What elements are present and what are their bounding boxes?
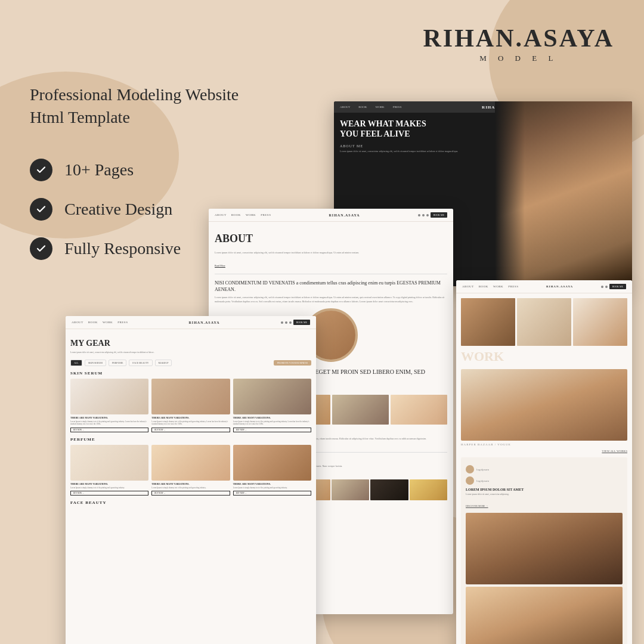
check-icon-responsive [30,237,52,260]
gear-product: THERE ARE MANY VARIATIONS. Lorem Ipsum i… [70,445,148,496]
feature-item-design: Creative Design [30,198,244,221]
gear-product: THERE ARE MANY VARIATIONS. Lorem Ipsum i… [151,379,230,432]
preview-work: ABOUT BOOK WORK PRESS RIHAN.ASAYA BOOK M… [456,280,632,644]
feature-label-responsive: Fully Responsive [64,239,181,258]
hero-headline: WEAR WHAT MAKES YOU FEEL ALIVE [340,119,459,140]
feature-item-responsive: Fully Responsive [30,237,244,260]
feature-label-design: Creative Design [64,200,172,219]
feature-item-pages: 10+ Pages [30,159,244,181]
gear-nav: ABOUT BOOK WORK PRESS RIHAN.ASAYA BOOK M… [66,316,316,329]
check-icon-design [30,198,52,221]
feature-list: 10+ Pages Creative Design Fully Responsi… [30,159,244,260]
gear-product: THERE ARE MANY VARIATIONS. Lorem Ipsum i… [233,379,311,432]
about-title: ABOUT [215,233,447,245]
check-icon-pages [30,159,52,181]
brand-name: RIHAN.ASAYA [423,24,614,52]
header: RIHAN.ASAYA M O D E L [30,24,614,63]
about-nav: ABOUT BOOK WORK PRESS RIHAN.ASAYA BOOK M… [209,209,453,222]
preview-gear: ABOUT BOOK WORK PRESS RIHAN.ASAYA BOOK M… [66,316,316,644]
work-nav: ABOUT BOOK WORK PRESS RIHAN.ASAYA BOOK M… [456,280,632,293]
left-content: Professional Modeling Website Html Templ… [30,83,244,260]
previews-container: ABOUT BOOK WORK PRESS RIHAN.ASAYA BOOK M… [191,89,644,626]
gear-skin-grid: THERE ARE MANY VARIATIONS. Lorem Ipsum i… [70,379,311,432]
main-title: Professional Modeling Website Html Templ… [30,83,244,129]
gear-product: THERE ARE MANY VARIATIONS. Lorem Ipsum i… [151,445,230,496]
brand-subtitle: M O D E L [423,54,614,63]
gear-product: THERE ARE MANY VARIATIONS. Lorem Ipsum i… [70,379,148,432]
brand-section: RIHAN.ASAYA M O D E L [423,24,614,63]
gear-title: MY GEAR [70,339,311,348]
gear-perfume-grid: THERE ARE MANY VARIATIONS. Lorem Ipsum i… [70,445,311,496]
feature-label-pages: 10+ Pages [64,160,134,179]
gear-product: THERE ARE MANY VARIATIONS. Lorem Ipsum i… [233,445,311,496]
